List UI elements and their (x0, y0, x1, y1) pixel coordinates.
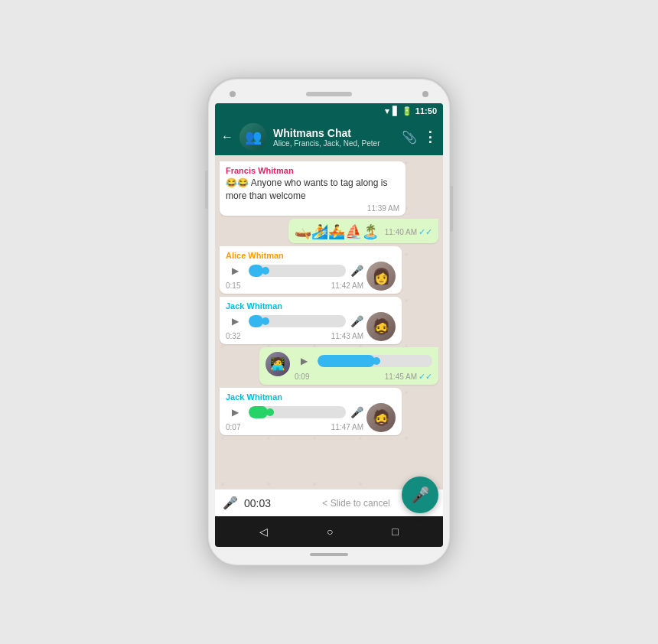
sender-name-jack-2: Jack Whitman (226, 392, 396, 402)
play-button-jack2[interactable]: ▶ (226, 403, 244, 421)
group-avatar-image: 👥 (239, 123, 267, 151)
voice-controls-jack2: ▶ 🎤 (226, 403, 363, 421)
chat-info: Whitmans Chat Alice, Francis, Jack, Ned,… (273, 127, 396, 148)
waveform-jack2 (249, 406, 346, 418)
phone-top-bezel (214, 86, 444, 103)
record-fab-button[interactable]: 🎤 (402, 476, 438, 513)
recording-mic-icon: 🎤 (223, 496, 238, 510)
camera-dot (230, 91, 236, 97)
mic-icon-jack1: 🎤 (350, 315, 363, 327)
home-indicator (310, 553, 348, 556)
waveform-out (318, 355, 432, 367)
waveform-dot-jack1 (262, 317, 269, 325)
message-text-1: 😂😂 Anyone who wants to tag along is more… (226, 177, 399, 203)
waveform-fill-out (318, 355, 375, 367)
message-3-alice-voice: Alice Whitman ▶ 🎤 0:15 (220, 246, 402, 294)
volume-button (205, 171, 208, 209)
phone-bottom-bezel (214, 547, 444, 559)
message-time-1: 11:39 AM (226, 204, 399, 213)
wifi-icon: ▾ (385, 106, 389, 116)
more-icon[interactable]: ⋮ (423, 128, 437, 145)
voice-bubble-alice: ▶ 🎤 0:15 11:42 AM (226, 262, 396, 291)
status-time: 11:50 (415, 106, 437, 115)
voice-time-jack2: 0:07 11:47 AM (226, 423, 363, 431)
attach-icon[interactable]: 📎 (402, 130, 417, 145)
avatar-alice: 👩 (366, 262, 396, 291)
fab-mic-icon: 🎤 (411, 486, 430, 504)
battery-icon: 🔋 (402, 106, 412, 116)
mic-icon-jack2: 🎤 (350, 406, 363, 418)
waveform-dot-out (373, 357, 380, 365)
waveform-dot-alice (262, 267, 269, 275)
avatar-glasses: 🧑‍💻 (265, 352, 290, 376)
play-button-out[interactable]: ▶ (295, 352, 313, 370)
chat-header: ← 👥 Whitmans Chat Alice, Francis, Jack, … (215, 119, 443, 155)
nav-home-button[interactable]: ○ (327, 525, 333, 538)
avatar-jack1: 🧔 (366, 312, 396, 341)
waveform-alice (249, 265, 346, 277)
android-nav-bar: ◁ ○ □ (215, 516, 443, 547)
chat-members: Alice, Francis, Jack, Ned, Peter (273, 139, 396, 148)
sender-name-alice: Alice Whitman (226, 251, 396, 260)
sticker-emojis: 🛶🏄🚣⛵🏝️ (295, 223, 379, 240)
messages-area: Francis Whitman 😂😂 Anyone who wants to t… (215, 155, 443, 489)
voice-time-out: 0:09 11:45 AM ✓✓ (295, 372, 432, 382)
message-time-2: 11:40 AM ✓✓ (385, 227, 432, 237)
sender-name-jack-1: Jack Whitman (226, 301, 396, 311)
phone-screen: ▾ ▋ 🔋 11:50 ← 👥 Whitmans Chat Alice, Fra… (215, 103, 443, 547)
back-button[interactable]: ← (221, 130, 233, 144)
play-button-jack1[interactable]: ▶ (226, 312, 244, 330)
status-icons: ▾ ▋ 🔋 11:50 (385, 106, 437, 116)
nav-recents-button[interactable]: □ (392, 525, 398, 538)
phone-device: ▾ ▋ 🔋 11:50 ← 👥 Whitmans Chat Alice, Fra… (207, 77, 451, 567)
waveform-fill-jack2 (249, 406, 268, 418)
message-2-sticker: 🛶🏄🚣⛵🏝️ 11:40 AM ✓✓ (288, 219, 438, 243)
voice-time-jack1: 0:32 11:43 AM (226, 332, 363, 340)
tick-icon-2: ✓✓ (419, 227, 432, 237)
voice-time-alice: 0:15 11:42 AM (226, 281, 363, 290)
tick-icon-5: ✓✓ (419, 372, 432, 382)
voice-bubble-jack1: ▶ 🎤 0:32 11:43 AM (226, 312, 396, 341)
group-avatar: 👥 (239, 123, 267, 151)
chat-name: Whitmans Chat (273, 127, 396, 139)
waveform-jack1 (249, 315, 346, 327)
message-6-jack-voice2: Jack Whitman ▶ 🎤 0:07 (220, 388, 402, 435)
mic-icon-alice: 🎤 (350, 265, 363, 277)
nav-back-button[interactable]: ◁ (259, 525, 268, 538)
voice-controls-alice: ▶ 🎤 (226, 262, 363, 280)
voice-bubble-jack2: ▶ 🎤 0:07 11:47 AM (226, 403, 396, 432)
sender-name-francis: Francis Whitman (226, 166, 399, 175)
voice-controls-jack1: ▶ 🎤 (226, 312, 363, 330)
message-4-jack-voice: Jack Whitman ▶ 🎤 0:32 (220, 297, 402, 344)
voice-controls-out: ▶ (295, 352, 432, 370)
play-button-alice[interactable]: ▶ (226, 262, 244, 280)
message-1: Francis Whitman 😂😂 Anyone who wants to t… (220, 161, 406, 216)
waveform-dot-jack2 (266, 408, 274, 416)
status-bar: ▾ ▋ 🔋 11:50 (215, 103, 443, 119)
front-camera (422, 91, 428, 97)
header-icons: 📎 ⋮ (402, 128, 437, 145)
message-5-voice-out: 🧑‍💻 ▶ 0:09 11:45 AM ✓✓ (259, 347, 438, 385)
speaker-bar (306, 92, 352, 96)
power-button (450, 186, 453, 232)
avatar-jack2: 🧔 (366, 403, 396, 432)
recording-bar: 🎤 00:03 < Slide to cancel 🎤 (215, 489, 443, 516)
signal-icon: ▋ (393, 106, 399, 116)
recording-timer: 00:03 (244, 497, 271, 509)
